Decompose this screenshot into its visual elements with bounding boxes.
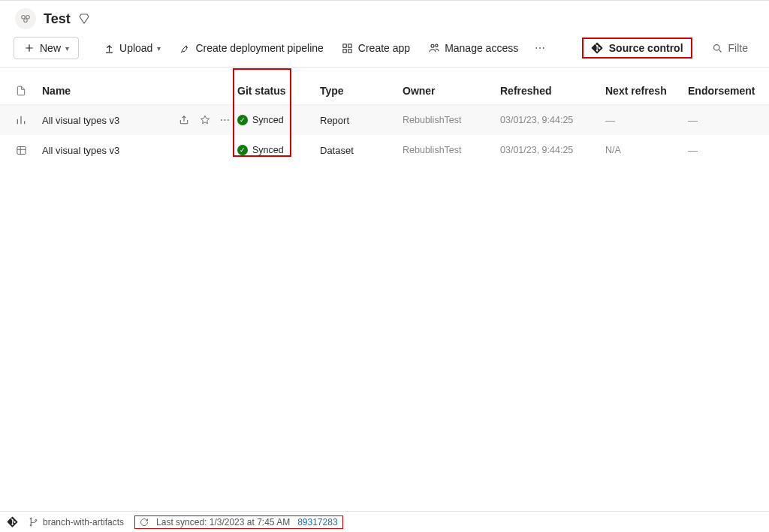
rocket-icon <box>179 42 191 54</box>
create-pipeline-button[interactable]: Create deployment pipeline <box>171 38 330 59</box>
row-actions: ⋯ <box>178 114 230 126</box>
commit-hash: 89317283 <box>297 517 337 527</box>
row-more-button[interactable]: ⋯ <box>220 114 230 126</box>
svg-rect-4 <box>348 44 351 47</box>
column-refreshed[interactable]: Refreshed <box>500 85 605 97</box>
column-git-status[interactable]: Git status <box>237 85 320 97</box>
manage-access-label: Manage access <box>445 42 518 54</box>
search-icon <box>712 42 724 54</box>
status-bar: branch-with-artifacts Last synced: 1/3/2… <box>0 511 769 532</box>
plus-icon <box>23 42 35 54</box>
table-header: Name Git status Type Owner Refreshed Nex… <box>0 68 769 105</box>
column-endorsement[interactable]: Endorsement <box>688 85 769 97</box>
item-name: All visual types v3 <box>42 115 119 126</box>
star-icon[interactable] <box>199 114 211 126</box>
svg-rect-10 <box>17 146 25 154</box>
synced-check-icon: ✓ <box>237 145 248 155</box>
type-cell: Report <box>320 115 403 126</box>
column-next-refresh[interactable]: Next refresh <box>605 85 688 97</box>
svg-point-9 <box>714 44 720 50</box>
next-refresh-cell: — <box>605 115 688 126</box>
create-app-button[interactable]: Create app <box>334 38 418 59</box>
workspace-titlebar: Test <box>0 1 769 34</box>
items-table: Name Git status Type Owner Refreshed Nex… <box>0 68 769 165</box>
people-icon <box>428 42 440 54</box>
source-control-button[interactable]: Source control <box>582 38 692 59</box>
upload-button[interactable]: Upload ▾ <box>95 38 168 59</box>
svg-rect-5 <box>343 49 346 52</box>
type-cell: Dataset <box>320 145 403 156</box>
svg-rect-3 <box>343 44 346 47</box>
new-button-label: New <box>40 42 61 54</box>
svg-point-13 <box>35 519 37 521</box>
last-synced-text: Last synced: 1/3/2023 at 7:45 AM <box>156 517 290 527</box>
svg-rect-6 <box>348 49 351 52</box>
sync-icon <box>140 518 149 527</box>
chevron-down-icon: ▾ <box>157 44 161 53</box>
share-icon[interactable] <box>178 114 190 126</box>
workspace-title: Test <box>44 11 71 27</box>
svg-point-0 <box>22 16 26 20</box>
endorsement-cell: — <box>688 115 769 126</box>
more-options-button[interactable]: ⋯ <box>529 38 552 59</box>
synced-check-icon: ✓ <box>237 115 248 125</box>
toolbar: New ▾ Upload ▾ Create deployment pipelin… <box>0 34 769 68</box>
upload-label: Upload <box>119 42 152 54</box>
table-row[interactable]: All visual types v3 ⋯ ✓ Synced Report Re… <box>0 105 769 135</box>
table-row[interactable]: All visual types v3 ✓ Synced Dataset Reb… <box>0 135 769 165</box>
workspace-icon <box>15 8 36 29</box>
git-icon <box>591 42 603 54</box>
refreshed-cell: 03/01/23, 9:44:25 <box>500 145 605 155</box>
svg-point-12 <box>30 524 32 526</box>
create-pipeline-label: Create deployment pipeline <box>195 42 323 54</box>
git-status-cell: ✓ Synced <box>237 145 320 155</box>
report-icon <box>0 114 42 126</box>
column-type[interactable]: Type <box>320 85 403 97</box>
endorsement-cell: — <box>688 145 769 156</box>
git-icon <box>6 516 18 528</box>
app-icon <box>342 42 354 54</box>
filter-placeholder: Filte <box>728 42 748 54</box>
svg-point-8 <box>436 44 438 47</box>
premium-diamond-icon <box>78 13 90 25</box>
chevron-down-icon: ▾ <box>65 44 69 53</box>
refreshed-cell: 03/01/23, 9:44:25 <box>500 115 605 125</box>
svg-point-7 <box>431 44 434 47</box>
item-name: All visual types v3 <box>42 145 119 156</box>
svg-point-1 <box>26 16 30 20</box>
manage-access-button[interactable]: Manage access <box>421 38 526 59</box>
next-refresh-cell: N/A <box>605 145 688 155</box>
owner-cell: RebublishTest <box>403 115 500 125</box>
source-control-label: Source control <box>609 42 683 54</box>
branch-icon <box>29 517 38 527</box>
column-owner[interactable]: Owner <box>403 85 500 97</box>
filter-input[interactable]: Filte <box>704 38 755 59</box>
sync-status[interactable]: Last synced: 1/3/2023 at 7:45 AM 8931728… <box>134 515 343 529</box>
create-app-label: Create app <box>358 42 410 54</box>
branch-indicator[interactable]: branch-with-artifacts <box>29 517 124 527</box>
owner-cell: RebublishTest <box>403 145 500 155</box>
dataset-icon <box>0 145 42 156</box>
svg-point-11 <box>30 518 32 519</box>
upload-icon <box>103 42 115 54</box>
column-name[interactable]: Name <box>42 85 237 97</box>
new-button[interactable]: New ▾ <box>14 37 79 59</box>
git-status-cell: ✓ Synced <box>237 115 320 125</box>
svg-point-2 <box>24 19 28 23</box>
column-icon <box>0 85 42 97</box>
